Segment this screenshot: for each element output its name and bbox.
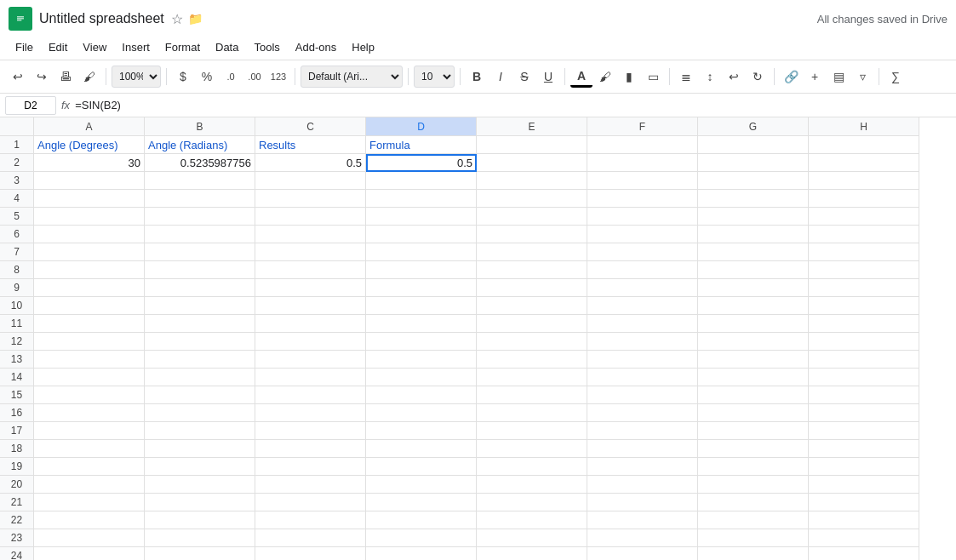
cell-F7[interactable] [587,243,698,261]
cell-B1[interactable]: Angle (Radians) [145,136,255,154]
cell-D11[interactable] [366,315,477,333]
cell-F22[interactable] [587,511,698,529]
cell-G9[interactable] [698,279,809,297]
row-header-18[interactable]: 18 [0,440,34,458]
cell-C5[interactable] [255,208,366,226]
cell-C12[interactable] [255,333,366,351]
cell-H16[interactable] [809,404,919,422]
font-select[interactable]: Default (Ari... Arial Times New Roman [301,66,403,88]
cell-G19[interactable] [698,458,809,476]
menu-item-help[interactable]: Help [345,38,381,56]
cell-E8[interactable] [477,261,587,279]
row-header-19[interactable]: 19 [0,458,34,476]
cell-F19[interactable] [587,458,698,476]
cell-D9[interactable] [366,279,477,297]
cell-G5[interactable] [698,208,809,226]
fontsize-select[interactable]: 10 11 12 14 [414,66,455,88]
cell-B20[interactable] [145,476,255,494]
cell-A2[interactable]: 30 [34,154,145,172]
cell-A15[interactable] [34,386,145,404]
zoom-select[interactable]: 100% 75% 50% [112,66,161,88]
col-header-e[interactable]: E [477,117,587,136]
cell-A20[interactable] [34,476,145,494]
bold-button[interactable]: B [466,66,488,88]
number-format-button[interactable]: 123 [267,66,289,88]
cell-E17[interactable] [477,422,587,440]
halign-button[interactable]: ≣ [675,66,697,88]
col-header-b[interactable]: B [145,117,255,136]
cell-D1[interactable]: Formula [366,136,477,154]
cell-B2[interactable]: 0.5235987756 [145,154,255,172]
cell-C4[interactable] [255,190,366,208]
functions-button[interactable]: ∑ [884,66,907,88]
cell-C24[interactable] [255,547,366,560]
menu-item-edit[interactable]: Edit [42,38,74,56]
cell-D18[interactable] [366,440,477,458]
cell-C2[interactable]: 0.5 [255,154,366,172]
filter-button[interactable]: ▿ [851,66,873,88]
cell-F21[interactable] [587,494,698,511]
cell-A1[interactable]: Angle (Degrees) [34,136,145,154]
cell-D23[interactable] [366,529,477,547]
row-header-23[interactable]: 23 [0,529,34,547]
cell-H13[interactable] [809,351,919,369]
cell-A21[interactable] [34,494,145,511]
cell-E16[interactable] [477,404,587,422]
col-header-h[interactable]: H [809,117,919,136]
cell-H14[interactable] [809,369,919,386]
cell-H8[interactable] [809,261,919,279]
cell-C13[interactable] [255,351,366,369]
cell-D5[interactable] [366,208,477,226]
cell-E24[interactable] [477,547,587,560]
cell-D8[interactable] [366,261,477,279]
cell-D4[interactable] [366,190,477,208]
wrap-button[interactable]: ↩ [723,66,745,88]
cell-F3[interactable] [587,172,698,190]
row-header-16[interactable]: 16 [0,404,34,422]
cell-A8[interactable] [34,261,145,279]
cell-B24[interactable] [145,547,255,560]
cell-D2[interactable]: 0.5 [366,154,477,172]
col-header-d[interactable]: D [366,117,477,136]
cell-C9[interactable] [255,279,366,297]
cell-F9[interactable] [587,279,698,297]
cell-H12[interactable] [809,333,919,351]
row-header-2[interactable]: 2 [0,154,34,172]
cell-G14[interactable] [698,369,809,386]
cell-G8[interactable] [698,261,809,279]
cell-E4[interactable] [477,190,587,208]
cell-G12[interactable] [698,333,809,351]
cell-F10[interactable] [587,297,698,315]
decimal-dec-button[interactable]: .0 [220,66,242,88]
row-header-17[interactable]: 17 [0,422,34,440]
col-header-g[interactable]: G [698,117,809,136]
cell-D21[interactable] [366,494,477,511]
row-header-7[interactable]: 7 [0,243,34,261]
cell-B5[interactable] [145,208,255,226]
cell-B6[interactable] [145,226,255,243]
cell-H7[interactable] [809,243,919,261]
undo-button[interactable]: ↩ [7,66,29,88]
cell-F16[interactable] [587,404,698,422]
cell-H11[interactable] [809,315,919,333]
cell-B16[interactable] [145,404,255,422]
folder-icon[interactable]: 📁 [188,12,203,26]
cell-H19[interactable] [809,458,919,476]
row-header-24[interactable]: 24 [0,547,34,560]
star-icon[interactable]: ☆ [171,11,183,27]
cell-A13[interactable] [34,351,145,369]
merge-button[interactable]: ▭ [642,66,664,88]
cell-F11[interactable] [587,315,698,333]
cell-reference-input[interactable] [5,96,56,115]
cell-A17[interactable] [34,422,145,440]
cell-C23[interactable] [255,529,366,547]
cell-G13[interactable] [698,351,809,369]
cell-B13[interactable] [145,351,255,369]
cell-D13[interactable] [366,351,477,369]
cell-B8[interactable] [145,261,255,279]
cell-A6[interactable] [34,226,145,243]
link-button[interactable]: 🔗 [780,66,802,88]
cell-E12[interactable] [477,333,587,351]
cell-E5[interactable] [477,208,587,226]
cell-G11[interactable] [698,315,809,333]
